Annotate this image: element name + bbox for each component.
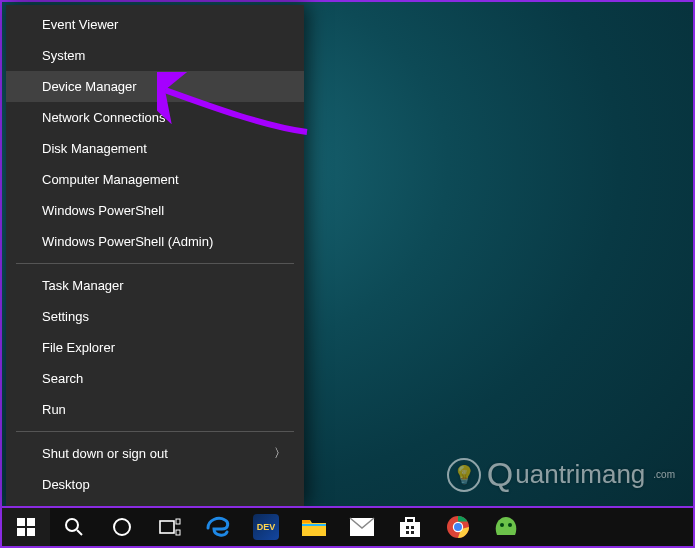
- taskbar[interactable]: DEV: [2, 506, 693, 546]
- svg-point-4: [66, 519, 78, 531]
- task-view-button[interactable]: [146, 508, 194, 546]
- menu-item-file-explorer[interactable]: File Explorer: [6, 332, 304, 363]
- search-button[interactable]: [50, 508, 98, 546]
- menu-item-label: Network Connections: [42, 102, 166, 133]
- store-icon: [398, 515, 422, 539]
- menu-item-label: Computer Management: [42, 164, 179, 195]
- folder-icon: [301, 516, 327, 538]
- watermark-suffix: .com: [653, 469, 675, 480]
- menu-item-system[interactable]: System: [6, 40, 304, 71]
- dev-app[interactable]: DEV: [242, 508, 290, 546]
- menu-separator: [16, 431, 294, 432]
- menu-item-label: File Explorer: [42, 332, 115, 363]
- windows-logo-icon: [17, 518, 35, 536]
- svg-rect-14: [406, 526, 409, 529]
- cortana-icon: [112, 517, 132, 537]
- menu-item-label: Windows PowerShell: [42, 195, 164, 226]
- desktop-screen: 💡 Q uantrimang .com Event Viewer System …: [0, 0, 695, 548]
- menu-item-shutdown-signout[interactable]: Shut down or sign out 〉: [6, 438, 304, 469]
- svg-point-22: [508, 523, 512, 527]
- svg-rect-16: [406, 531, 409, 534]
- menu-item-disk-management[interactable]: Disk Management: [6, 133, 304, 164]
- svg-rect-9: [176, 530, 180, 535]
- task-view-icon: [159, 518, 181, 536]
- svg-point-6: [114, 519, 130, 535]
- menu-item-settings[interactable]: Settings: [6, 301, 304, 332]
- menu-item-desktop[interactable]: Desktop: [6, 469, 304, 500]
- search-icon: [64, 517, 84, 537]
- menu-item-computer-management[interactable]: Computer Management: [6, 164, 304, 195]
- green-app[interactable]: [482, 508, 530, 546]
- menu-item-label: Event Viewer: [42, 9, 118, 40]
- menu-item-label: Device Manager: [42, 71, 137, 102]
- menu-item-label: Task Manager: [42, 270, 124, 301]
- file-explorer-app[interactable]: [290, 508, 338, 546]
- menu-item-windows-powershell[interactable]: Windows PowerShell: [6, 195, 304, 226]
- menu-item-network-connections[interactable]: Network Connections: [6, 102, 304, 133]
- menu-item-event-viewer[interactable]: Event Viewer: [6, 9, 304, 40]
- cortana-button[interactable]: [98, 508, 146, 546]
- edge-app[interactable]: [194, 508, 242, 546]
- chevron-right-icon: 〉: [274, 438, 286, 469]
- svg-rect-13: [400, 522, 420, 537]
- menu-item-label: Search: [42, 363, 83, 394]
- menu-item-task-manager[interactable]: Task Manager: [6, 270, 304, 301]
- chrome-app[interactable]: [434, 508, 482, 546]
- svg-point-20: [454, 523, 462, 531]
- svg-rect-11: [302, 524, 326, 526]
- edge-icon: [205, 514, 231, 540]
- menu-item-label: Run: [42, 394, 66, 425]
- mail-icon: [349, 517, 375, 537]
- menu-item-label: Windows PowerShell (Admin): [42, 226, 213, 257]
- menu-item-label: System: [42, 40, 85, 71]
- menu-item-run[interactable]: Run: [6, 394, 304, 425]
- winx-power-menu[interactable]: Event Viewer System Device Manager Netwo…: [6, 5, 304, 506]
- menu-item-windows-powershell-admin[interactable]: Windows PowerShell (Admin): [6, 226, 304, 257]
- svg-rect-17: [411, 531, 414, 534]
- svg-rect-8: [176, 519, 180, 524]
- chrome-icon: [446, 515, 470, 539]
- menu-item-label: Desktop: [42, 469, 90, 500]
- svg-rect-7: [160, 521, 174, 533]
- watermark: 💡 Q uantrimang .com: [447, 455, 675, 494]
- svg-rect-15: [411, 526, 414, 529]
- watermark-text: uantrimang: [515, 459, 645, 490]
- dev-app-icon: DEV: [253, 514, 279, 540]
- menu-separator: [16, 263, 294, 264]
- bulb-icon: 💡: [447, 458, 481, 492]
- menu-item-label: Settings: [42, 301, 89, 332]
- menu-item-label: Disk Management: [42, 133, 147, 164]
- svg-rect-10: [302, 520, 310, 523]
- menu-item-search[interactable]: Search: [6, 363, 304, 394]
- svg-rect-3: [27, 528, 35, 536]
- svg-rect-0: [17, 518, 25, 526]
- menu-item-label: Shut down or sign out: [42, 438, 168, 469]
- watermark-lead: Q: [487, 455, 513, 494]
- svg-rect-1: [27, 518, 35, 526]
- start-button[interactable]: [2, 508, 50, 546]
- green-blob-icon: [493, 515, 519, 539]
- mail-app[interactable]: [338, 508, 386, 546]
- svg-line-5: [77, 530, 82, 535]
- menu-item-device-manager[interactable]: Device Manager: [6, 71, 304, 102]
- svg-rect-2: [17, 528, 25, 536]
- store-app[interactable]: [386, 508, 434, 546]
- svg-point-21: [500, 523, 504, 527]
